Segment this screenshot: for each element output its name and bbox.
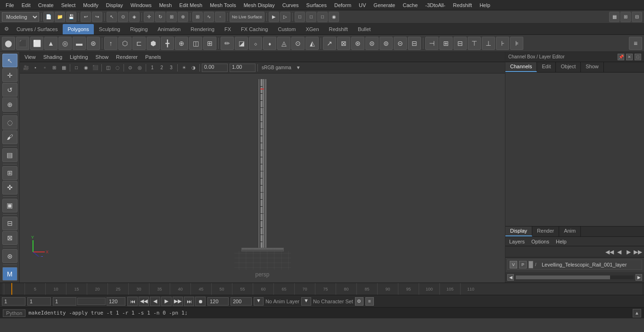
shelf-plane[interactable]: ▬ — [73, 37, 86, 50]
tab-bullet[interactable]: Bullet — [353, 24, 376, 34]
quick-layout-btn[interactable]: ⊟ — [2, 217, 17, 230]
shelf-triangulate[interactable]: ◭ — [305, 37, 319, 50]
pb-prev-key-btn[interactable]: ⏮ — [127, 297, 138, 306]
menu-deform[interactable]: Deform — [330, 1, 355, 9]
ipr-btn[interactable]: ▷ — [280, 12, 290, 22]
grid-layout-btn[interactable]: ⊠ — [2, 231, 17, 245]
layer-next-btn[interactable]: ▶▶ — [634, 248, 642, 256]
cb-tab-show[interactable]: Show — [581, 62, 604, 72]
tab-rendering[interactable]: Rendering — [186, 24, 219, 34]
end-frame-field[interactable]: 120 — [207, 297, 229, 306]
menu-create[interactable]: Create — [34, 1, 58, 9]
rs-btn-2[interactable]: □ — [306, 12, 316, 22]
shelf-delta[interactable]: ⊧ — [510, 37, 523, 50]
max-frame-field[interactable]: 120 — [107, 297, 125, 306]
char-set-extra-btn[interactable]: ≡ — [365, 297, 374, 306]
shelf-bridge[interactable]: ⊏ — [132, 37, 146, 50]
scale-tool-btn[interactable]: ⊞ — [166, 12, 177, 22]
shelf-merge[interactable]: ⊞ — [203, 37, 216, 50]
shelf-jiggle[interactable]: ⊦ — [496, 37, 509, 50]
lasso-tool-btn[interactable]: ⊙ — [118, 12, 128, 22]
tab-fx-caching[interactable]: FX Caching — [236, 24, 272, 34]
cb-tab-edit[interactable]: Edit — [537, 62, 556, 72]
layout-btn-3[interactable]: ⊟ — [632, 12, 642, 22]
cb-tab-object[interactable]: Object — [556, 62, 581, 72]
shelf-cone[interactable]: ▲ — [44, 37, 58, 50]
python-expand-btn[interactable]: ▲ — [633, 309, 641, 317]
char-set-settings-btn[interactable]: ⚙ — [355, 297, 363, 306]
tab-animation[interactable]: Animation — [153, 24, 185, 34]
layer-tab-display[interactable]: Display — [505, 227, 532, 236]
rs-btn-4[interactable]: ◉ — [329, 12, 339, 22]
tab-custom[interactable]: Custom — [273, 24, 301, 34]
vp-gamma-select[interactable]: sRGB gamma — [260, 64, 293, 72]
rotate-tool-btn[interactable]: ↻ — [155, 12, 165, 22]
timeline-ruler[interactable]: 5 10 15 20 25 30 35 40 45 50 55 60 65 70… — [2, 283, 642, 295]
coord-x-input[interactable]: 0.00 — [202, 64, 228, 72]
new-scene-btn[interactable]: 📄 — [43, 12, 54, 22]
mask-btn[interactable]: ▣ — [2, 199, 17, 212]
shelf-sphere[interactable]: ⬤ — [2, 37, 15, 50]
menu-display[interactable]: Display — [102, 1, 127, 9]
pb-play-btn[interactable]: ▶ — [161, 297, 172, 306]
pb-record-btn[interactable]: ⏺ — [195, 297, 206, 306]
tab-sculpting[interactable]: Sculpting — [94, 24, 125, 34]
coord-y-input[interactable]: 1.00 — [230, 64, 256, 72]
save-scene-btn[interactable]: 💾 — [66, 12, 76, 22]
vp-menu-view[interactable]: View — [23, 54, 38, 60]
layer-row-0[interactable]: V P / Levelling_Telescopic_Rail_001_laye… — [507, 259, 642, 270]
soft-select-btn[interactable]: ◌ — [2, 115, 17, 129]
paint-select-btn[interactable]: ◈ — [129, 12, 140, 22]
shelf-insert[interactable]: ⊕ — [175, 37, 188, 50]
paint-attr-btn[interactable]: 🖌 — [2, 130, 17, 144]
shelf-smooth[interactable]: ⊙ — [291, 37, 305, 50]
snap-curve-btn[interactable]: ∿ — [204, 12, 214, 22]
pb-back-btn[interactable]: ◀ — [150, 297, 160, 306]
layer-vis-0[interactable]: V — [510, 261, 517, 268]
tab-polygons[interactable]: Polygons — [63, 24, 93, 34]
vp-menu-panels[interactable]: Panels — [143, 54, 163, 60]
shelf-torus[interactable]: ◎ — [58, 37, 72, 50]
shelf-soft-modify[interactable]: ⊛ — [351, 37, 364, 50]
tab-curves-surfaces[interactable]: Curves / Surfaces — [12, 24, 62, 34]
vp-shadow-btn[interactable]: ◫ — [104, 64, 112, 72]
shelf-helix[interactable]: ⊛ — [87, 37, 100, 50]
live-surface-btn[interactable]: No Live Surface — [230, 12, 264, 22]
scale-mode-btn[interactable]: ⊕ — [2, 97, 17, 111]
menu-cache[interactable]: Cache — [399, 1, 421, 9]
vp-res-high-btn[interactable]: 3 — [167, 64, 175, 72]
rs-btn-3[interactable]: □ — [317, 12, 328, 22]
vp-smooth-btn[interactable]: ◉ — [82, 64, 90, 72]
vp-xray-btn[interactable]: ◎ — [135, 64, 144, 72]
snap-grid-btn[interactable]: ⊞ — [192, 12, 203, 22]
menu-generate[interactable]: Generate — [370, 1, 399, 9]
shelf-nonlinear[interactable]: ⊤ — [468, 37, 481, 50]
layer-prev-step-btn[interactable]: ◀ — [615, 248, 623, 256]
final-frame-field[interactable]: 200 — [231, 297, 252, 306]
shelf-extract[interactable]: ◪ — [235, 37, 248, 50]
shelf-offset[interactable]: ◫ — [189, 37, 202, 50]
menu-curves[interactable]: Curves — [279, 1, 303, 9]
tab-fx[interactable]: FX — [220, 24, 236, 34]
vp-isolate-btn[interactable]: ⊙ — [126, 64, 134, 72]
vp-res-med-btn[interactable]: 2 — [157, 64, 166, 72]
layout-btn-2[interactable]: ⊞ — [620, 12, 631, 22]
vp-film-btn[interactable]: ▪ — [31, 64, 40, 72]
shelf-multi-cut[interactable]: ⊠ — [337, 37, 350, 50]
shelf-extra-2[interactable]: ⊟ — [408, 37, 421, 50]
menu-3dtall[interactable]: -3DtoAll- — [421, 1, 449, 9]
start-frame-field[interactable]: 1 — [27, 297, 51, 306]
layer-edit-0[interactable]: / — [535, 262, 540, 267]
char-set-dropdown-arrow[interactable]: ▼ — [301, 297, 311, 306]
menu-mesh-display[interactable]: Mesh Display — [240, 1, 279, 9]
shelf-relax[interactable]: ⊚ — [380, 37, 393, 50]
layer-type-0[interactable]: P — [519, 261, 527, 268]
vp-menu-shading[interactable]: Shading — [41, 54, 64, 60]
menu-windows[interactable]: Windows — [127, 1, 156, 9]
vp-hud-btn[interactable]: ▦ — [59, 64, 68, 72]
layers-scrollbar-thumb[interactable] — [516, 275, 610, 279]
vp-lighting-btn[interactable]: ☀ — [180, 64, 188, 72]
universal-tool-btn[interactable]: ⊕ — [178, 12, 188, 22]
menu-file[interactable]: File — [2, 1, 18, 9]
shelf-split[interactable]: ╋ — [161, 37, 174, 50]
